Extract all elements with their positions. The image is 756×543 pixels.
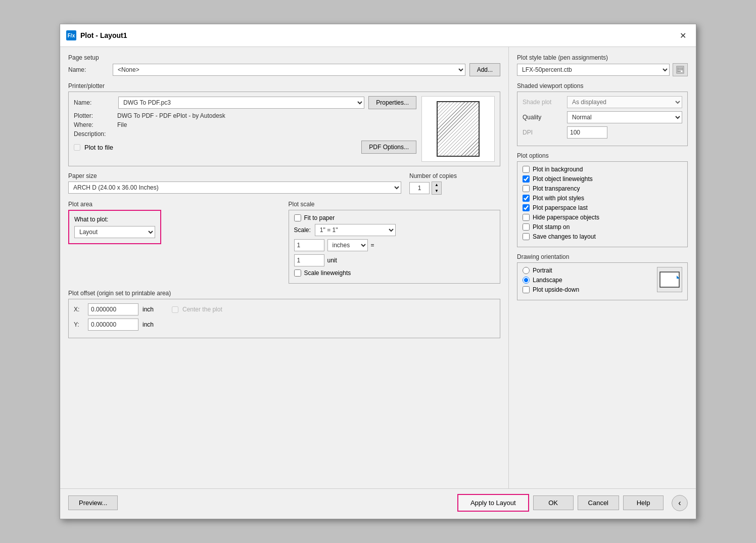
help-button[interactable]: Help bbox=[623, 495, 664, 510]
plot-area-label: Plot area bbox=[68, 201, 280, 208]
x-input[interactable] bbox=[88, 303, 138, 315]
where-label: Where: bbox=[74, 121, 114, 128]
paper-size-section: Paper size ARCH D (24.00 x 36.00 Inches) bbox=[68, 172, 401, 195]
scale-label: Scale: bbox=[294, 227, 311, 234]
orientation-icon bbox=[657, 267, 682, 292]
copies-up[interactable]: ▲ bbox=[432, 182, 441, 188]
copies-input[interactable] bbox=[409, 182, 430, 194]
shade-plot-label: Shade plot bbox=[523, 99, 563, 106]
inches-dropdown[interactable]: inches mm bbox=[327, 239, 368, 251]
page-setup-dropdown[interactable]: <None> bbox=[113, 64, 465, 76]
center-plot-checkbox[interactable] bbox=[172, 306, 178, 313]
plot-area-box: What to plot: Layout Extents Display Win… bbox=[68, 210, 161, 244]
what-to-plot-label: What to plot: bbox=[74, 216, 155, 223]
copies-label: Number of copies bbox=[409, 172, 500, 179]
hide-paperspace-checkbox[interactable] bbox=[523, 214, 530, 221]
svg-rect-5 bbox=[660, 272, 679, 287]
hide-paperspace-label: Hide paperspace objects bbox=[533, 214, 599, 221]
plot-options-box: Plot in background Plot object lineweigh… bbox=[517, 161, 688, 247]
copies-down[interactable]: ▼ bbox=[432, 188, 441, 194]
printer-section-label: Printer/plotter bbox=[68, 82, 500, 89]
scale-lineweights-label: Scale lineweights bbox=[304, 269, 351, 277]
plot-transparency-label: Plot transparency bbox=[533, 185, 580, 192]
shaded-viewport-label: Shaded viewport options bbox=[517, 82, 688, 89]
y-unit: inch bbox=[143, 321, 154, 328]
plot-style-edit-btn[interactable] bbox=[673, 63, 688, 76]
plot-to-file-label: Plot to file bbox=[84, 144, 113, 151]
plot-in-background-checkbox[interactable] bbox=[523, 166, 530, 173]
plot-dialog: F/x Plot - Layout1 ✕ Page setup Name: <N… bbox=[60, 24, 696, 519]
plot-style-dropdown[interactable]: LFX-50percent.ctb bbox=[517, 64, 670, 76]
opt-row-0: Plot in background bbox=[523, 166, 682, 173]
paper-size-dropdown[interactable]: ARCH D (24.00 x 36.00 Inches) bbox=[68, 182, 401, 194]
plot-offset-label: Plot offset (origin set to printable are… bbox=[68, 290, 500, 297]
plot-scale-section: Plot scale Fit to paper Scale: 1" = 1" bbox=[289, 201, 501, 284]
properties-button[interactable]: Properties... bbox=[368, 96, 416, 109]
plot-stamp-label: Plot stamp on bbox=[533, 223, 570, 231]
printer-dropdown[interactable]: DWG To PDF.pc3 bbox=[118, 97, 364, 109]
app-icon: F/x bbox=[66, 30, 76, 40]
save-changes-checkbox[interactable] bbox=[523, 233, 530, 240]
opt-row-4: Plot paperspace last bbox=[523, 204, 682, 211]
plot-object-lineweights-label: Plot object lineweights bbox=[533, 175, 593, 183]
drawing-orientation-label: Drawing orientation bbox=[517, 253, 688, 260]
drawing-orientation-section: Drawing orientation Portrait Landscape bbox=[517, 253, 688, 300]
plot-stamp-checkbox[interactable] bbox=[523, 223, 530, 231]
plot-area-section: Plot area What to plot: Layout Extents D… bbox=[68, 201, 280, 244]
plot-style-section: Plot style table (pen assignments) LFX-5… bbox=[517, 54, 688, 76]
plot-paperspace-last-checkbox[interactable] bbox=[523, 204, 530, 211]
plot-style-label: Plot style table (pen assignments) bbox=[517, 54, 688, 61]
portrait-label: Portrait bbox=[533, 267, 552, 274]
plotter-value: DWG To PDF - PDF ePlot - by Autodesk bbox=[117, 112, 225, 119]
drawing-orientation-box: Portrait Landscape Plot upside-down bbox=[517, 262, 688, 300]
quality-dropdown[interactable]: Normal bbox=[567, 111, 682, 123]
shade-plot-dropdown[interactable]: As displayed bbox=[567, 96, 682, 108]
opt-row-5: Hide paperspace objects bbox=[523, 214, 682, 221]
pdf-options-button[interactable]: PDF Options... bbox=[361, 141, 416, 154]
name-label: Name: bbox=[68, 66, 109, 73]
opt-row-6: Plot stamp on bbox=[523, 223, 682, 231]
page-setup-name-row: Name: <None> Add... bbox=[68, 63, 500, 76]
back-button[interactable]: ‹ bbox=[672, 495, 688, 511]
dpi-label: DPI bbox=[523, 129, 563, 136]
plot-paperspace-last-label: Plot paperspace last bbox=[533, 204, 588, 211]
plot-to-file-checkbox[interactable] bbox=[74, 144, 80, 151]
unit-label: unit bbox=[327, 257, 337, 264]
cancel-button[interactable]: Cancel bbox=[578, 495, 619, 510]
apply-to-layout-button[interactable]: Apply to Layout bbox=[457, 494, 529, 512]
plot-with-plot-styles-checkbox[interactable] bbox=[523, 195, 530, 202]
fit-to-paper-checkbox[interactable] bbox=[294, 214, 301, 221]
dpi-input[interactable] bbox=[567, 126, 607, 139]
landscape-radio[interactable] bbox=[523, 277, 530, 284]
preview-button[interactable]: Preview... bbox=[68, 495, 118, 510]
where-value: File bbox=[117, 121, 127, 128]
center-plot-label: Center the plot bbox=[182, 306, 222, 313]
scale-dropdown[interactable]: 1" = 1" bbox=[315, 224, 396, 236]
printer-name-label: Name: bbox=[74, 99, 114, 106]
quality-label: Quality bbox=[523, 114, 563, 121]
upside-down-checkbox[interactable] bbox=[523, 286, 530, 293]
opt-row-1: Plot object lineweights bbox=[523, 175, 682, 183]
scale-inches-input[interactable] bbox=[294, 239, 324, 251]
scale-lineweights-checkbox[interactable] bbox=[294, 269, 301, 277]
portrait-radio[interactable] bbox=[523, 267, 530, 274]
plot-object-lineweights-checkbox[interactable] bbox=[523, 175, 530, 183]
what-to-plot-dropdown[interactable]: Layout Extents Display Window bbox=[74, 226, 155, 238]
plot-options-section: Plot options Plot in background Plot obj… bbox=[517, 152, 688, 247]
paper-preview-image bbox=[437, 101, 480, 157]
dialog-body: Page setup Name: <None> Add... Printer/p… bbox=[60, 47, 696, 488]
upside-down-label: Plot upside-down bbox=[533, 286, 579, 293]
y-input[interactable] bbox=[88, 319, 138, 331]
copies-section: Number of copies ▲ ▼ bbox=[409, 172, 500, 195]
scale-unit-input[interactable] bbox=[294, 254, 324, 266]
plot-transparency-checkbox[interactable] bbox=[523, 185, 530, 192]
page-setup-section: Page setup Name: <None> Add... bbox=[68, 54, 500, 76]
plot-in-background-label: Plot in background bbox=[533, 166, 583, 173]
paper-size-label: Paper size bbox=[68, 172, 401, 179]
x-unit: inch bbox=[143, 306, 154, 313]
landscape-icon-svg bbox=[659, 272, 680, 288]
opt-row-2: Plot transparency bbox=[523, 185, 682, 192]
ok-button[interactable]: OK bbox=[533, 495, 574, 510]
add-button[interactable]: Add... bbox=[469, 63, 500, 76]
close-button[interactable]: ✕ bbox=[676, 28, 690, 42]
